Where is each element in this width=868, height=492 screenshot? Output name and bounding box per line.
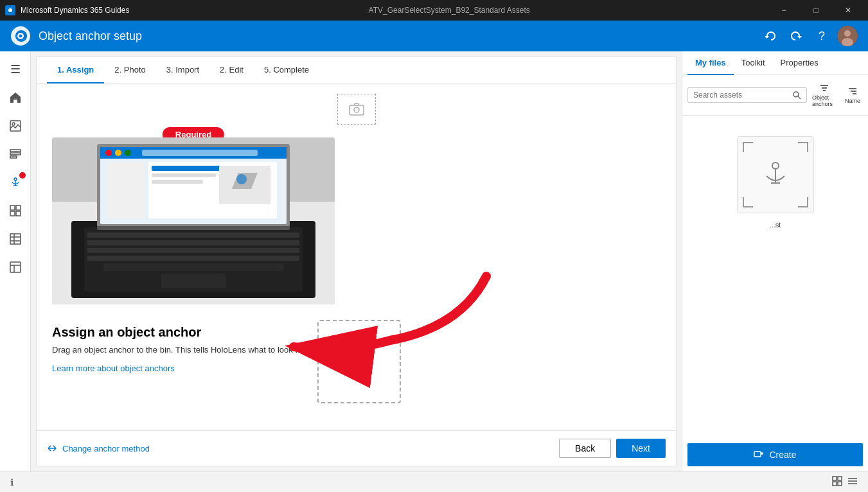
panel-body: Required: [37, 83, 676, 430]
tab-toolkit[interactable]: Toolkit: [734, 51, 773, 75]
svg-rect-73: [838, 477, 842, 480]
tab-properties[interactable]: Properties: [773, 51, 826, 75]
right-panel-toolbar: Object anchors Name: [682, 75, 868, 116]
redo-button[interactable]: [786, 26, 806, 46]
main-layout: ☰: [0, 51, 868, 471]
tab-edit[interactable]: 2. Edit: [209, 57, 254, 83]
svg-rect-10: [10, 150, 21, 152]
svg-rect-46: [142, 150, 258, 156]
svg-rect-49: [152, 166, 229, 171]
main-panel: 1. Assign 2. Photo 3. Import 2. Edit 5. …: [36, 57, 677, 466]
svg-rect-34: [87, 240, 299, 245]
svg-point-13: [14, 178, 17, 180]
svg-rect-54: [97, 226, 290, 230]
photo-placeholder: [337, 94, 376, 125]
steps-tabs: 1. Assign 2. Photo 3. Import 2. Edit 5. …: [37, 57, 676, 83]
create-button[interactable]: Create: [687, 443, 863, 466]
create-icon: [754, 450, 764, 460]
sidebar-item-table[interactable]: [3, 226, 28, 252]
sidebar-item-home[interactable]: [3, 85, 28, 110]
assign-desc: Drag an object anchor to the bin. This t…: [52, 345, 307, 355]
user-avatar[interactable]: [837, 26, 858, 46]
dynamics-logo: [10, 26, 31, 46]
sort-icon: [847, 86, 858, 96]
svg-point-28: [354, 107, 359, 112]
undo-button[interactable]: [760, 26, 781, 46]
back-button[interactable]: Back: [559, 439, 611, 458]
app-bar: Object anchor setup ?: [0, 21, 868, 51]
anchor-icon: [760, 159, 791, 190]
next-button[interactable]: Next: [616, 439, 666, 458]
corner-tl: [743, 142, 753, 152]
search-input[interactable]: [693, 91, 790, 100]
svg-rect-38: [161, 274, 226, 288]
create-label: Create: [769, 450, 796, 460]
tab-assign[interactable]: 1. Assign: [47, 57, 104, 83]
svg-rect-72: [833, 477, 837, 480]
sidebar-item-menu[interactable]: ☰: [3, 57, 28, 82]
svg-rect-11: [10, 153, 21, 155]
asset-label: ...st: [770, 221, 781, 229]
change-anchor-button[interactable]: Change anchor method: [47, 443, 150, 453]
svg-rect-47: [107, 162, 145, 218]
assign-title: Assign an object anchor: [52, 325, 307, 340]
svg-rect-50: [152, 173, 216, 177]
svg-rect-24: [10, 262, 21, 272]
close-button[interactable]: ✕: [833, 0, 863, 21]
svg-point-6: [844, 30, 851, 37]
sort-label: Name: [845, 98, 860, 104]
tab-complete[interactable]: 5. Complete: [254, 57, 319, 83]
tab-import[interactable]: 3. Import: [156, 57, 209, 83]
svg-point-53: [236, 174, 247, 184]
tab-photo[interactable]: 2. Photo: [104, 57, 155, 83]
search-icon: [792, 91, 801, 100]
asset-card[interactable]: [737, 136, 814, 213]
svg-point-9: [12, 123, 15, 125]
maximize-button[interactable]: □: [801, 0, 831, 21]
asset-card-content: [738, 137, 813, 213]
anchor-badge: [19, 172, 26, 179]
corner-tr: [798, 142, 808, 152]
filter-label: Object anchors: [812, 94, 837, 107]
status-bar: ℹ: [0, 471, 868, 492]
svg-point-43: [105, 150, 112, 156]
svg-point-45: [125, 150, 131, 156]
app-name: Microsoft Dynamics 365 Guides: [21, 6, 129, 15]
sort-button[interactable]: Name: [842, 83, 863, 107]
svg-rect-16: [10, 206, 15, 210]
svg-point-4: [19, 35, 22, 38]
content-area: 1. Assign 2. Photo 3. Import 2. Edit 5. …: [31, 51, 682, 471]
status-bar-right: [832, 476, 858, 488]
corner-br: [798, 197, 808, 207]
svg-point-44: [115, 150, 121, 156]
search-box: [687, 87, 807, 103]
filter-button[interactable]: Object anchors: [810, 80, 840, 110]
minimize-button[interactable]: −: [769, 0, 799, 21]
svg-point-1: [8, 8, 12, 12]
right-panel-tabs: My files Toolkit Properties: [682, 51, 868, 75]
svg-rect-35: [87, 248, 299, 253]
sidebar-item-content[interactable]: [3, 141, 28, 167]
sidebar-item-anchors[interactable]: [3, 170, 28, 195]
list-view-button[interactable]: [847, 476, 858, 488]
svg-rect-37: [103, 263, 283, 271]
drop-zone[interactable]: [317, 320, 401, 403]
panel-content: Required: [37, 83, 676, 430]
app-title: Object anchor setup: [39, 30, 142, 43]
info-icon[interactable]: ℹ: [10, 477, 13, 488]
help-button[interactable]: ?: [811, 26, 832, 46]
footer-buttons: Back Next: [559, 439, 666, 458]
svg-rect-20: [10, 234, 21, 244]
svg-rect-51: [152, 180, 203, 184]
sidebar-item-image[interactable]: [3, 113, 28, 139]
svg-rect-19: [16, 211, 21, 216]
right-panel: My files Toolkit Properties Object ancho…: [682, 51, 868, 471]
grid-view-button[interactable]: [832, 476, 842, 488]
sidebar-item-templates[interactable]: [3, 254, 28, 280]
title-bar: Microsoft Dynamics 365 Guides ATV_GearSe…: [0, 0, 868, 21]
tab-my-files[interactable]: My files: [687, 51, 734, 75]
sidebar-item-grid[interactable]: [3, 198, 28, 224]
bottom-row: Assign an object anchor Drag an object a…: [52, 320, 660, 403]
panel-footer: Change anchor method Back Next: [37, 430, 676, 466]
learn-more-link[interactable]: Learn more about object anchors: [52, 364, 175, 373]
